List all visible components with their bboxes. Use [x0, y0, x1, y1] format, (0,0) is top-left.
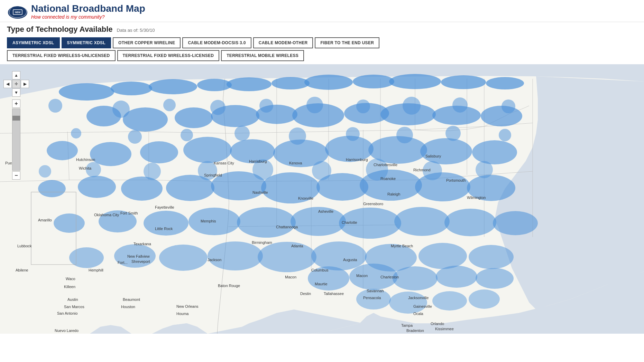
svg-text:San Antonio: San Antonio [57, 311, 77, 315]
svg-text:Killeen: Killeen [64, 285, 75, 289]
svg-point-50 [90, 142, 131, 166]
svg-point-48 [481, 106, 522, 126]
svg-point-71 [144, 211, 188, 236]
svg-point-82 [208, 241, 263, 270]
svg-text:Columbus: Columbus [311, 268, 329, 272]
svg-point-94 [356, 99, 370, 113]
svg-text:Orlando: Orlando [431, 322, 444, 326]
svg-text:Little Rock: Little Rock [155, 227, 173, 231]
svg-point-49 [47, 141, 78, 160]
svg-text:Jackson: Jackson [208, 258, 221, 262]
svg-text:Beaumont: Beaumont [123, 297, 140, 302]
svg-point-95 [403, 97, 421, 115]
svg-point-83 [258, 242, 316, 272]
svg-text:New Fallview: New Fallview [127, 254, 150, 258]
pan-up-button[interactable]: ▲ [12, 71, 20, 79]
svg-text:San Marcos: San Marcos [64, 305, 84, 309]
svg-text:Chattanooga: Chattanooga [276, 225, 298, 229]
svg-point-120 [476, 268, 514, 289]
svg-point-118 [393, 266, 438, 290]
svg-point-106 [499, 129, 511, 141]
svg-text:Kenova: Kenova [289, 161, 302, 165]
svg-text:Fort Smith: Fort Smith [120, 211, 138, 215]
svg-text:Raleigh: Raleigh [387, 192, 400, 196]
map-container[interactable]: Pueblo Amarillo Lubbock Abilene Waco Kil… [0, 64, 644, 334]
svg-point-92 [259, 99, 273, 113]
pan-left-button[interactable]: ◀ [3, 80, 12, 88]
pan-center-button: ✛ [12, 80, 20, 88]
svg-text:Roanoke: Roanoke [380, 177, 396, 181]
svg-point-123 [432, 291, 467, 311]
btn-terrestrial-licensed[interactable]: TERRESTRIAL FIXED WIRELESS-LICENSED [117, 50, 220, 61]
svg-point-90 [163, 99, 176, 111]
svg-point-41 [175, 107, 213, 128]
svg-text:Springfield: Springfield [204, 173, 222, 177]
logo-wrapper: NBM National Broadband Map How connected… [7, 3, 145, 20]
map-controls-panel: ▲ ◀ ✛ ▶ ▼ + − [3, 71, 29, 180]
svg-point-100 [181, 129, 193, 141]
tech-btn-row-1: ASYMMETRIC XDSL SYMMETRIC XDSL OTHER COP… [7, 37, 637, 48]
svg-text:Wichita: Wichita [79, 166, 92, 170]
svg-point-81 [159, 245, 208, 271]
svg-point-29 [111, 82, 152, 95]
site-header: NBM National Broadband Map How connected… [0, 0, 644, 22]
svg-text:Texarkana: Texarkana [134, 242, 151, 246]
btn-terrestrial-mobile[interactable]: TERRESTRIAL MOBILE WIRELESS [221, 50, 304, 61]
svg-text:Ocala: Ocala [413, 312, 424, 316]
svg-point-69 [54, 213, 85, 233]
svg-text:Salisbury: Salisbury [425, 154, 441, 158]
svg-point-119 [436, 266, 477, 288]
zoom-control: + − [12, 99, 20, 180]
svg-point-77 [444, 209, 496, 236]
svg-text:Houston: Houston [121, 305, 135, 309]
btn-cable-other[interactable]: CABLE MODEM-OTHER [253, 37, 313, 48]
svg-text:Maurtie: Maurtie [315, 282, 328, 286]
svg-point-61 [121, 177, 163, 201]
btn-terrestrial-unlicensed[interactable]: TERRESTRIAL FIXED WIRELESS-UNLICENSED [7, 50, 116, 61]
svg-text:Charlotte: Charlotte [342, 220, 357, 225]
btn-asymmetric-xdsl[interactable]: ASYMMETRIC XDSL [7, 37, 60, 48]
btn-other-copper[interactable]: OTHER COPPER WIRELINE [113, 37, 181, 48]
svg-text:Wilmington: Wilmington [467, 196, 486, 200]
zoom-slider[interactable] [12, 108, 20, 171]
svg-text:Austin: Austin [67, 297, 78, 302]
svg-text:Fayetteville: Fayetteville [155, 205, 174, 209]
zoom-thumb[interactable] [12, 116, 20, 121]
svg-point-89 [112, 101, 130, 118]
svg-text:Charleston: Charleston [380, 275, 399, 279]
svg-text:Myrtle Beach: Myrtle Beach [391, 244, 413, 248]
svg-point-124 [469, 289, 500, 309]
nbm-logo-icon: NBM [7, 3, 28, 19]
svg-text:Fort...: Fort... [118, 260, 128, 265]
svg-point-97 [502, 99, 515, 113]
svg-point-32 [227, 77, 272, 91]
svg-text:Greensboro: Greensboro [363, 202, 383, 206]
svg-text:Bradenton: Bradenton [406, 328, 424, 333]
svg-point-91 [210, 100, 226, 115]
svg-point-99 [128, 130, 142, 144]
svg-text:Amarillo: Amarillo [38, 218, 52, 222]
zoom-out-button[interactable]: − [12, 171, 20, 180]
svg-text:Hutchinson: Hutchinson [76, 158, 95, 162]
map-svg: Pueblo Amarillo Lubbock Abilene Waco Kil… [0, 64, 644, 334]
svg-point-52 [183, 137, 232, 163]
btn-fiber-end-user[interactable]: FIBER TO THE END USER [315, 37, 379, 48]
svg-text:Harrisonburg: Harrisonburg [346, 158, 368, 162]
svg-point-79 [69, 247, 104, 268]
svg-text:Waco: Waco [66, 277, 75, 281]
svg-text:Abilene: Abilene [16, 268, 28, 272]
svg-text:Nuevo Laredo: Nuevo Laredo [55, 328, 79, 333]
svg-text:Jacksonville: Jacksonville [408, 296, 429, 300]
zoom-in-button[interactable]: + [12, 99, 20, 108]
svg-point-98 [71, 128, 81, 139]
pan-right-button[interactable]: ▶ [21, 80, 29, 88]
svg-text:Macon: Macon [356, 274, 368, 278]
svg-text:New Orleans: New Orleans [176, 304, 199, 308]
btn-symmetric-xdsl[interactable]: SYMMETRIC XDSL [62, 37, 111, 48]
svg-point-103 [346, 127, 360, 141]
svg-text:Charlottesville: Charlottesville [374, 163, 397, 167]
svg-point-122 [389, 292, 427, 314]
pan-down-button[interactable]: ▼ [12, 88, 20, 97]
svg-text:Memphis: Memphis [201, 219, 216, 223]
btn-cable-docsis[interactable]: CABLE MODEM-DOCSIS 3.0 [182, 37, 251, 48]
